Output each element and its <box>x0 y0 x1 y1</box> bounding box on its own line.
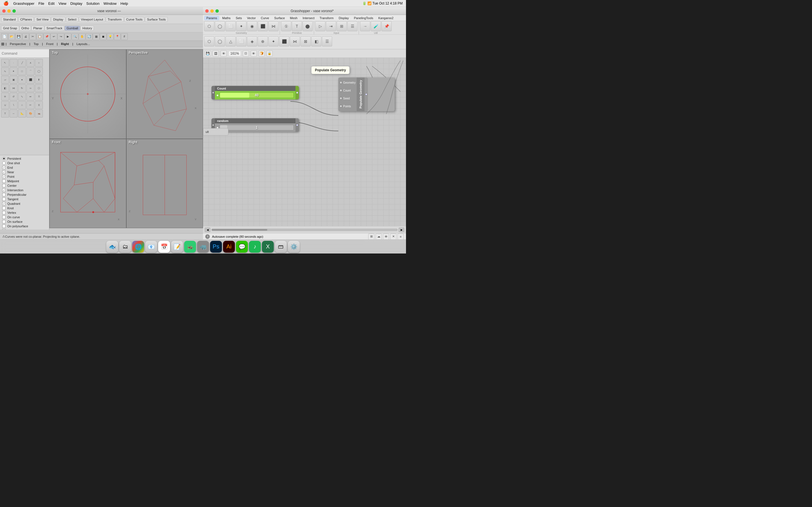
menu-display[interactable]: Display <box>70 1 82 6</box>
osnap-point-checkbox[interactable] <box>2 175 6 178</box>
tool-loft[interactable]: ⋈ <box>10 84 17 92</box>
osnap-oncurve-checkbox[interactable] <box>2 216 6 219</box>
select-icon[interactable]: ▶ <box>64 33 71 40</box>
tool-cylinder[interactable]: ⬛ <box>27 76 35 83</box>
osnap-quadrant[interactable]: Quadrant <box>2 202 47 206</box>
osnap-tangent-checkbox[interactable] <box>2 198 6 201</box>
osnap-quadrant-checkbox[interactable] <box>2 202 6 205</box>
toolbar-select[interactable]: Select <box>66 17 79 22</box>
gh-geo-btn6[interactable]: ⬛ <box>258 21 268 31</box>
tool-line[interactable]: ╱ <box>18 59 26 67</box>
osnap-onmesh-checkbox[interactable] <box>2 229 6 230</box>
populate-geometry-node[interactable]: Geometry Count Seed Points Populate Geom… <box>338 77 395 111</box>
osnap-tangent[interactable]: Tangent <box>2 197 47 202</box>
tool-surface[interactable]: ◧ <box>1 84 9 92</box>
planar-button[interactable]: Planar <box>31 25 44 31</box>
apple-logo-icon[interactable]: 🍎 <box>3 1 9 6</box>
viewport-top-label[interactable]: Top <box>31 42 41 46</box>
gh-util-btn2[interactable]: 🧪 <box>371 21 381 31</box>
tool-curve[interactable]: ∿ <box>1 67 9 75</box>
tool-extrude[interactable]: ⬆ <box>35 76 43 83</box>
gh-r2-btn9[interactable]: ⋈ <box>290 36 300 47</box>
tool-boolean-int[interactable]: ∩ <box>18 101 26 109</box>
osnap-knot-checkbox[interactable] <box>2 207 6 210</box>
gh-canvas-btn2[interactable]: 🖼 <box>213 50 219 57</box>
viewport-perspective[interactable]: Perspective <box>126 49 203 139</box>
dock-launchpad[interactable]: 🗂 <box>119 241 131 252</box>
gh-btn-eye[interactable]: 👁 <box>383 233 389 240</box>
grid-icon[interactable]: # <box>121 33 128 40</box>
gh-inp-btn3[interactable]: ⊞ <box>337 21 347 31</box>
tool-point[interactable]: · <box>10 59 17 67</box>
gh-btn-cross[interactable]: ✕ <box>390 233 396 240</box>
viewport-right[interactable]: Right Z Y <box>126 139 203 228</box>
osnap-persistent[interactable]: Persistent <box>2 156 47 161</box>
toolbar-cplanes[interactable]: CPlanes <box>18 17 34 22</box>
menu-view[interactable]: View <box>59 1 66 6</box>
dock-photoshop[interactable]: Ps <box>210 241 222 252</box>
gh-scroll-left[interactable]: ◀ <box>205 228 210 232</box>
gh-inp-btn2[interactable]: ⇥ <box>326 21 336 31</box>
gh-r2-btn6[interactable]: ⊕ <box>258 36 268 47</box>
gh-minimize-button[interactable] <box>210 9 214 13</box>
gh-btn-grid[interactable]: ⊞ <box>368 233 374 240</box>
toolbar-curve-tools[interactable]: Curve Tools <box>124 17 145 22</box>
tool-select[interactable]: ↖ <box>1 59 9 67</box>
close-button[interactable] <box>2 9 6 13</box>
gh-inp-btn1[interactable]: ▷ <box>315 21 325 31</box>
gumball-button[interactable]: Gumball <box>64 25 80 31</box>
viewport-front-label[interactable]: Front <box>44 42 56 46</box>
grid-snap-button[interactable]: Grid Snap <box>1 25 19 31</box>
cut-icon[interactable]: ✂ <box>29 33 36 40</box>
count-node[interactable]: Count ◆ 40 <box>211 86 299 100</box>
gh-maximize-button[interactable] <box>215 9 219 13</box>
osnap-oneshot-radio[interactable] <box>2 161 6 165</box>
gh-btn-lines[interactable]: ≡ <box>398 233 404 240</box>
tool-analyze[interactable]: 📐 <box>18 110 26 117</box>
smarttrack-button[interactable]: SmartTrack <box>45 25 64 31</box>
dock-chrome[interactable]: 🌐 <box>132 241 144 252</box>
gh-bake-btn[interactable]: 🍞 <box>259 50 265 57</box>
tool-render[interactable]: 🎨 <box>27 110 35 117</box>
tool-polyline[interactable]: ∧ <box>27 59 35 67</box>
toolbar-standard[interactable]: Standard <box>1 17 18 22</box>
gh-r2-btn11[interactable]: ◧ <box>311 36 321 47</box>
osnap-center-checkbox[interactable] <box>2 184 6 187</box>
viewport-layouts-label[interactable]: Layouts... <box>74 42 92 46</box>
undo-icon[interactable]: ↩ <box>50 33 57 40</box>
command-input[interactable] <box>2 52 47 55</box>
toolbar-surface-tools[interactable]: Surface Tools <box>145 17 167 22</box>
tool-dim[interactable]: ↔ <box>10 110 17 117</box>
dock-mail[interactable]: 📧 <box>145 241 157 252</box>
tool-boolean-diff[interactable]: ∖ <box>10 101 17 109</box>
osnap-onmesh[interactable]: On mesh <box>2 228 47 230</box>
gh-r2-btn10[interactable]: ⊠ <box>301 36 311 47</box>
gh-menu-params[interactable]: Params <box>204 16 219 20</box>
pan-icon[interactable]: ✋ <box>79 33 86 40</box>
dock-notes[interactable]: 📝 <box>171 241 183 252</box>
history-button[interactable]: History <box>80 25 94 31</box>
menu-file[interactable]: File <box>38 1 44 6</box>
dock-rhino[interactable]: 🦏 <box>197 241 209 252</box>
redo-icon[interactable]: ↪ <box>57 33 64 40</box>
toolbar-transform[interactable]: Transform <box>106 17 124 22</box>
viewport-grid-icon[interactable]: ⊞ <box>1 42 4 46</box>
tool-plane[interactable]: ▱ <box>1 76 9 83</box>
gh-geo-btn3[interactable]: ⬜ <box>225 21 236 31</box>
gh-menu-intersect[interactable]: Intersect <box>300 16 317 20</box>
osnap-perpendicular[interactable]: Perpendicular <box>2 192 47 197</box>
tool-trim[interactable]: ✂ <box>27 101 35 109</box>
osnap-oneshot[interactable]: One shot <box>2 161 47 165</box>
gh-menu-surface[interactable]: Surface <box>272 16 287 20</box>
gh-menu-transform[interactable]: Transform <box>317 16 336 20</box>
osnap-onsurface-checkbox[interactable] <box>2 220 6 223</box>
tool-array[interactable]: ⠿ <box>35 93 43 101</box>
tool-scale[interactable]: ⤡ <box>18 93 26 101</box>
gh-menu-panelingtools[interactable]: PanelingTools <box>352 16 375 20</box>
gh-geo-btn1[interactable]: ⬡ <box>204 21 214 31</box>
new-icon[interactable]: 📄 <box>1 33 8 40</box>
gh-preview-btn[interactable]: 👁 <box>251 50 257 57</box>
gh-r2-btn2[interactable]: ◯ <box>215 36 225 47</box>
osnap-onpolysurface[interactable]: On polysurface <box>2 224 47 228</box>
gh-canvas-btn3[interactable]: 👁 <box>220 50 227 57</box>
